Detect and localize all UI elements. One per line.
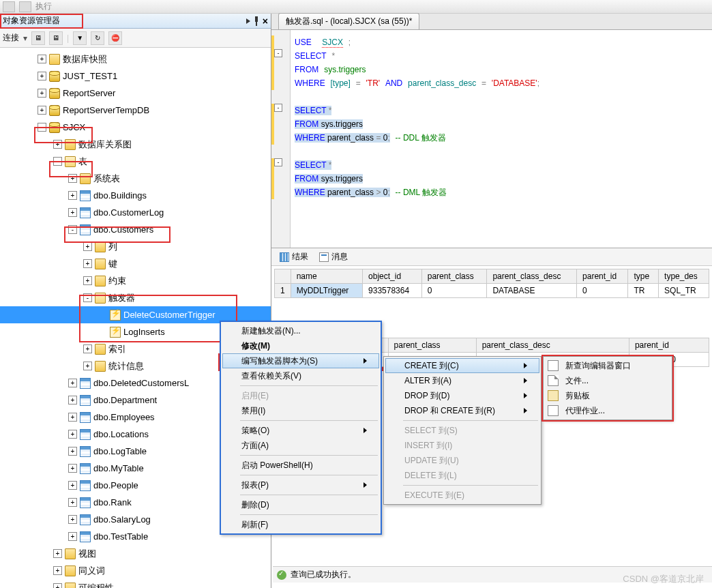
menu-item-label: 启动 PowerShell(H) [241,460,313,471]
tree-node[interactable]: +系统表 [0,170,271,187]
dropdown-icon[interactable] [246,18,250,24]
expand-toggle[interactable]: + [83,259,92,268]
expand-toggle[interactable]: + [68,532,77,541]
toolbar-button[interactable] [3,1,15,12]
expand-toggle[interactable]: - [38,123,46,132]
expand-toggle[interactable]: + [68,208,77,217]
expand-toggle[interactable]: + [83,344,92,353]
expand-toggle[interactable]: + [53,566,62,575]
tree-node-label: 表 [78,156,87,168]
expand-toggle[interactable]: + [38,72,46,80]
refresh-icon[interactable]: ↻ [91,31,104,45]
tree-node-label: dbo.Buildings [93,190,147,201]
menu-item: INSERT 到(I) [385,438,539,453]
tree-node[interactable]: -触发器 [0,289,271,306]
menu-item[interactable]: 刷新(F) [222,517,379,532]
tree-node[interactable]: +dbo.CustomerLog [0,204,271,221]
tree-node[interactable]: +数据库关系图 [0,136,271,153]
tree-node[interactable]: +ReportServerTempDB [0,102,271,119]
expand-toggle[interactable]: + [38,55,46,63]
expand-toggle[interactable]: + [68,430,77,439]
pin-icon[interactable] [253,16,260,26]
close-icon[interactable]: × [263,16,268,27]
sql-code[interactable]: USE SJCX ; SELECT * FROM sys.triggers WH… [291,30,544,248]
expand-toggle[interactable]: + [68,413,77,422]
menu-item[interactable]: CREATE 到(C) [385,358,539,373]
expand-toggle[interactable]: + [68,447,77,456]
job-icon [548,405,559,416]
results-grid-1[interactable]: nameobject_idparent_classparent_class_de… [274,269,709,298]
expand-toggle[interactable]: + [83,276,92,285]
context-menu-create-to[interactable]: 新查询编辑器窗口文件...剪贴板代理作业... [543,356,672,420]
menu-item[interactable]: 删除(D) [222,497,379,512]
expand-toggle[interactable]: - [83,293,92,302]
disconnect-icon[interactable]: 🖥 [49,31,63,45]
tree-node[interactable]: +ReportServer [0,85,271,102]
expand-toggle[interactable]: + [68,174,77,183]
tree-node[interactable]: +约束 [0,272,271,289]
context-menu-script-as[interactable]: CREATE 到(C)ALTER 到(A)DROP 到(D)DROP 和 CRE… [383,356,542,505]
tree-node[interactable]: +JUST_TEST1 [0,68,271,85]
expand-toggle[interactable]: + [68,498,77,507]
tree-node[interactable]: +同义词 [0,562,271,579]
tab-results[interactable]: 结果 [276,250,312,264]
tab-messages[interactable]: 消息 [315,250,352,264]
menu-item[interactable]: 方面(A) [222,438,379,453]
expand-toggle[interactable]: + [38,106,46,115]
filter-icon[interactable]: ▼ [73,31,87,45]
expand-toggle[interactable]: + [68,379,77,387]
tree-node[interactable]: -表 [0,153,271,170]
expand-toggle[interactable]: + [53,549,62,558]
expand-toggle[interactable]: - [68,225,77,234]
tree-node[interactable]: +列 [0,238,271,255]
expand-toggle[interactable]: + [38,89,46,98]
menu-item[interactable]: 禁用(I) [222,403,379,418]
tree-node[interactable]: +数据库快照 [0,50,271,68]
menu-item[interactable]: 报表(P) [222,477,379,493]
submenu-arrow-icon [364,428,367,433]
menu-item[interactable]: DROP 到(D) [385,388,539,403]
menu-item[interactable]: DROP 和 CREATE 到(R) [385,403,539,418]
expand-toggle[interactable]: + [68,515,77,524]
connect-icon[interactable]: 🖥 [31,31,45,45]
tree-node[interactable]: -dbo.Customers [0,221,271,238]
menu-item[interactable]: 文件... [545,373,670,388]
expand-toggle[interactable]: + [68,396,77,405]
menu-item[interactable]: 修改(M) [222,338,379,353]
tree-node[interactable]: +dbo.Buildings [0,187,271,204]
tree-node-label: dbo.CustomerLog [93,207,164,218]
tree-node-label: dbo.LogTable [93,446,147,456]
menu-item[interactable]: 查看依赖关系(V) [222,368,379,383]
menu-item[interactable]: ALTER 到(A) [385,373,539,388]
folder-icon [65,583,76,589]
table-icon [80,207,91,218]
menu-item[interactable]: 新查询编辑器窗口 [545,358,670,373]
menu-item[interactable]: 新建触发器(N)... [222,323,379,338]
expand-toggle[interactable]: + [53,140,62,149]
menu-item-label: 查看依赖关系(V) [241,370,301,382]
toolbar-button[interactable] [19,1,31,12]
menu-item: 启用(E) [222,388,379,403]
context-menu-trigger[interactable]: 新建触发器(N)...修改(M)编写触发器脚本为(S)查看依赖关系(V)启用(E… [220,321,382,535]
menu-item[interactable]: 代理作业... [545,403,670,418]
expand-toggle[interactable]: + [83,362,92,370]
menu-item[interactable]: 启动 PowerShell(H) [222,458,379,473]
tree-node[interactable]: +视图 [0,545,271,562]
menu-item[interactable]: 编写触发器脚本为(S) [222,353,379,368]
tree-node[interactable]: +可编程性 [0,579,271,588]
editor-tab[interactable]: 触发器.sql - (local).SJCX (sa (55))* [278,13,419,29]
tree-node[interactable]: -SJCX [0,119,271,136]
expand-toggle[interactable]: + [68,481,77,490]
sql-editor[interactable]: - - - USE SJCX ; SELECT * FROM sys.trigg… [271,30,712,248]
menu-item[interactable]: 剪贴板 [545,388,670,403]
folder-icon [95,361,106,372]
menu-item[interactable]: 策略(O) [222,423,379,438]
stop-icon[interactable]: ⛔ [108,31,122,45]
expand-toggle[interactable]: + [68,464,77,473]
expand-toggle[interactable]: + [83,242,92,251]
expand-toggle[interactable]: + [53,583,62,588]
expand-toggle[interactable]: - [53,157,62,166]
tree-node[interactable]: +键 [0,255,271,272]
expand-toggle[interactable]: + [68,191,77,200]
status-ok-icon [277,570,286,580]
